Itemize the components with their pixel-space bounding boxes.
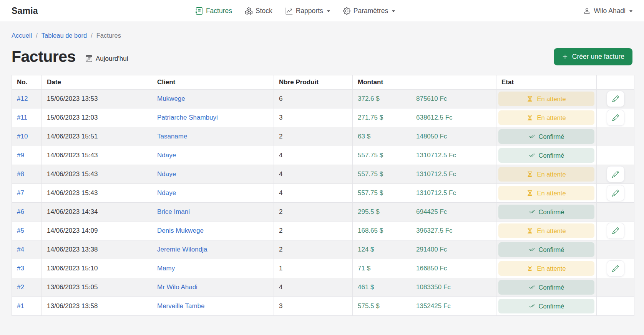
edit-button[interactable] xyxy=(607,166,624,182)
nav-item-label: Paramètres xyxy=(354,7,388,15)
status-label: En attente xyxy=(537,171,566,178)
amount-usd: 63 $ xyxy=(353,127,411,146)
invoice-number-link[interactable]: #11 xyxy=(17,114,27,121)
calendar-icon xyxy=(86,55,92,62)
client-link[interactable]: Brice Imani xyxy=(157,208,190,215)
status-label: Confirmé xyxy=(539,246,564,253)
header-no: No. xyxy=(12,75,42,90)
invoice-date: 14/06/2023 15:43 xyxy=(42,165,152,184)
edit-button[interactable] xyxy=(607,185,624,201)
invoice-number-link[interactable]: #5 xyxy=(17,227,24,234)
amount-usd: 575.5 $ xyxy=(353,297,411,316)
person-icon xyxy=(583,7,591,15)
status-label: Confirmé xyxy=(539,152,564,159)
hourglass-icon xyxy=(527,190,533,196)
pencil-icon xyxy=(612,227,619,234)
client-link[interactable]: Ndaye xyxy=(157,189,176,197)
amount-fc: 291400 Fc xyxy=(411,240,496,259)
product-count: 2 xyxy=(274,127,353,146)
header-actions xyxy=(597,75,634,90)
status-label: En attente xyxy=(537,227,566,235)
product-count: 3 xyxy=(274,297,353,316)
amount-usd: 271.75 $ xyxy=(353,108,411,127)
client-link[interactable]: Merveille Tambe xyxy=(157,302,204,310)
client-link[interactable]: Mukwege xyxy=(157,95,185,102)
status-badge: Confirmé xyxy=(498,242,594,257)
edit-button[interactable] xyxy=(607,260,624,277)
breadcrumb-link-tableau-de-bord[interactable]: Tableau de bord xyxy=(41,32,87,39)
client-link[interactable]: Denis Mukwege xyxy=(157,227,204,234)
invoice-date: 14/06/2023 14:09 xyxy=(42,222,152,240)
invoice-number-link[interactable]: #1 xyxy=(17,302,24,310)
table-row: #10 14/06/2023 15:51 Tasaname 2 63 $ 148… xyxy=(12,127,634,146)
chart-icon xyxy=(285,7,293,15)
status-badge: En attente xyxy=(498,186,594,200)
date-filter[interactable]: Aujourd'hui xyxy=(86,55,128,63)
status-label: Confirmé xyxy=(539,303,564,310)
double-check-icon xyxy=(529,247,535,253)
amount-fc: 1310712.5 Fc xyxy=(411,184,496,203)
double-check-icon xyxy=(529,152,535,158)
invoice-number-link[interactable]: #3 xyxy=(17,265,24,272)
hourglass-icon xyxy=(527,171,533,177)
product-count: 4 xyxy=(274,165,353,184)
client-link[interactable]: Patriarche Shambuyi xyxy=(157,114,218,121)
client-link[interactable]: Mamy xyxy=(157,265,175,272)
table-row: #6 14/06/2023 14:34 Brice Imani 2 295.5 … xyxy=(12,203,634,222)
amount-usd: 461 $ xyxy=(353,278,411,297)
edit-button[interactable] xyxy=(607,223,624,239)
plus-icon xyxy=(562,53,568,60)
pencil-icon xyxy=(612,190,619,197)
double-check-icon xyxy=(529,284,535,290)
gear-icon xyxy=(343,7,350,15)
double-check-icon xyxy=(529,209,535,215)
invoice-number-link[interactable]: #9 xyxy=(17,152,24,159)
page-header: Factures Aujourd'hui Créer une facture xyxy=(0,42,644,75)
amount-fc: 875610 Fc xyxy=(411,90,496,108)
header-etat: Etat xyxy=(496,75,597,90)
nav-item-rapports[interactable]: Rapports xyxy=(285,7,330,15)
pencil-icon xyxy=(612,95,619,102)
client-link[interactable]: Jeremie Wilondja xyxy=(157,246,207,253)
invoice-number-link[interactable]: #12 xyxy=(17,95,28,102)
client-link[interactable]: Mr Wilo Ahadi xyxy=(157,283,198,291)
product-count: 3 xyxy=(274,108,353,127)
user-menu[interactable]: Wilo Ahadi xyxy=(583,7,632,15)
breadcrumb-link-accueil[interactable]: Accueil xyxy=(12,32,32,39)
client-link[interactable]: Ndaye xyxy=(157,152,176,159)
status-badge: En attente xyxy=(498,261,594,276)
invoice-number-link[interactable]: #2 xyxy=(17,283,24,291)
invoice-number-link[interactable]: #6 xyxy=(17,208,24,215)
hourglass-icon xyxy=(527,265,533,272)
invoice-table-container: No. Date Client Nbre Produit Montant Eta… xyxy=(0,75,644,316)
create-invoice-button[interactable]: Créer une facture xyxy=(554,48,632,65)
client-link[interactable]: Tasaname xyxy=(157,133,187,140)
brand-logo[interactable]: Samia xyxy=(12,6,38,16)
client-link[interactable]: Ndaye xyxy=(157,170,176,178)
invoice-date: 14/06/2023 14:34 xyxy=(42,203,152,222)
hourglass-icon xyxy=(527,96,533,102)
pencil-icon xyxy=(612,114,619,121)
invoice-number-link[interactable]: #4 xyxy=(17,246,24,253)
double-check-icon xyxy=(529,133,535,140)
amount-usd: 372.6 $ xyxy=(353,90,411,108)
edit-button[interactable] xyxy=(607,91,624,107)
page-title: Factures xyxy=(12,48,76,66)
invoice-number-link[interactable]: #8 xyxy=(17,170,24,178)
invoice-number-link[interactable]: #7 xyxy=(17,189,24,197)
product-count: 2 xyxy=(274,240,353,259)
amount-fc: 1352425 Fc xyxy=(411,297,496,316)
invoice-number-link[interactable]: #10 xyxy=(17,133,28,140)
edit-button[interactable] xyxy=(607,110,624,126)
nav-item-stock[interactable]: Stock xyxy=(245,7,272,15)
amount-usd: 71 $ xyxy=(353,259,411,278)
double-check-icon xyxy=(529,303,535,309)
status-label: Confirmé xyxy=(539,284,564,291)
invoice-date: 13/06/2023 15:10 xyxy=(42,259,152,278)
nav-item-parametres[interactable]: Paramètres xyxy=(343,7,395,15)
status-label: Confirmé xyxy=(539,133,564,140)
product-count: 4 xyxy=(274,278,353,297)
table-row: #8 14/06/2023 15:43 Ndaye 4 557.75 $ 131… xyxy=(12,165,634,184)
nav-item-factures[interactable]: Factures xyxy=(196,7,232,15)
amount-fc: 148050 Fc xyxy=(411,127,496,146)
